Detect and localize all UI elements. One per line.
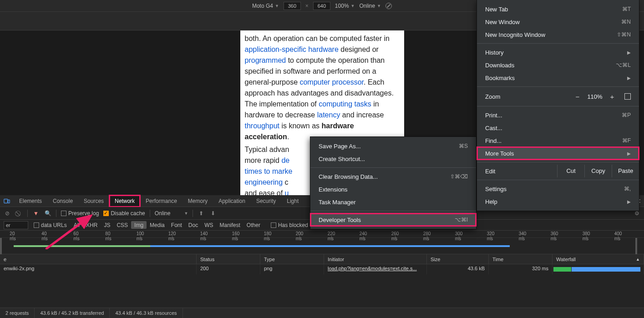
status-requests: 2 requests xyxy=(0,308,35,318)
menu-new-incognito[interactable]: New Incognito Window⇧⌘N xyxy=(477,28,639,41)
type-ws[interactable]: WS xyxy=(201,221,216,229)
browser-main-menu: New Tab⌘T New Window⌘N New Incognito Win… xyxy=(477,0,639,211)
edit-copy-button[interactable]: Copy xyxy=(584,165,612,177)
filter-text-input[interactable] xyxy=(4,221,28,229)
page-link[interactable]: latency xyxy=(317,111,340,119)
tab-lighthouse[interactable]: Light xyxy=(281,195,304,207)
type-manifest[interactable]: Manifest xyxy=(217,221,243,229)
page-link[interactable]: application-specific hardware xyxy=(245,45,339,53)
disable-cache-checkbox[interactable]: Disable cache xyxy=(103,210,145,217)
menu-new-tab[interactable]: New Tab⌘T xyxy=(477,3,639,15)
zoom-value: 110% xyxy=(584,93,605,100)
menu-extensions[interactable]: Extensions xyxy=(310,183,476,196)
menu-bookmarks[interactable]: Bookmarks▶ xyxy=(477,71,639,84)
col-time[interactable]: Time xyxy=(489,254,553,264)
page-link[interactable]: times to marke xyxy=(245,167,293,175)
menu-save-page[interactable]: Save Page As...⌘S xyxy=(310,140,476,152)
overview-handle-left[interactable] xyxy=(0,238,2,254)
download-icon[interactable]: ⬇ xyxy=(209,210,217,217)
hide-data-urls-checkbox[interactable] xyxy=(34,222,39,228)
page-link[interactable]: u xyxy=(285,189,289,195)
menu-help[interactable]: Help▶ xyxy=(477,195,639,208)
device-width-input[interactable] xyxy=(284,2,301,10)
table-row[interactable]: enwiki-2x.png 200 png load.php?lang=en&m… xyxy=(0,264,644,274)
type-other[interactable]: Other xyxy=(243,221,264,229)
overview-handle-right[interactable] xyxy=(635,238,637,254)
tab-elements[interactable]: Elements xyxy=(14,195,47,207)
page-link[interactable]: computer processor xyxy=(299,78,364,86)
col-name[interactable]: e xyxy=(0,254,197,264)
zoom-out-button[interactable]: − xyxy=(571,91,584,102)
cell-waterfall xyxy=(553,264,644,274)
col-waterfall[interactable]: Waterfall▲ xyxy=(553,254,644,264)
network-overview[interactable]: 20 ms40 ms60 ms80 ms100 ms120 ms140 ms16… xyxy=(0,231,644,254)
menu-developer-tools[interactable]: Developer Tools⌥⌘I xyxy=(310,213,476,226)
col-status[interactable]: Status xyxy=(197,254,260,264)
type-js[interactable]: JS xyxy=(101,221,113,229)
stop-record-icon[interactable]: ⊘ xyxy=(4,210,11,217)
edit-paste-button[interactable]: Paste xyxy=(612,165,639,177)
device-zoom-selector[interactable]: 100%▼ xyxy=(335,3,355,9)
throttle-selector[interactable]: Online▼ xyxy=(155,210,188,217)
cell-initiator[interactable]: load.php?lang=en&modules=ext.cite.s... xyxy=(324,264,427,274)
menu-create-shortcut[interactable]: Create Shortcut... xyxy=(310,152,476,165)
tab-sources[interactable]: Sources xyxy=(78,195,109,207)
menu-more-tools[interactable]: More Tools▶ xyxy=(477,147,639,160)
col-initiator[interactable]: Initiator xyxy=(324,254,427,264)
menu-downloads[interactable]: Downloads⌥⌘L xyxy=(477,59,639,71)
col-size[interactable]: Size xyxy=(427,254,489,264)
menu-history[interactable]: History▶ xyxy=(477,46,639,59)
page-link[interactable]: programmed xyxy=(245,56,286,64)
menu-cast[interactable]: Cast... xyxy=(477,121,639,134)
clear-icon[interactable]: ⃠ xyxy=(15,210,23,217)
menu-zoom: Zoom − 110% + xyxy=(477,89,639,104)
page-link[interactable]: de xyxy=(281,156,289,164)
tab-security[interactable]: Security xyxy=(251,195,281,207)
device-selector[interactable]: Moto G4▼ xyxy=(252,3,279,9)
page-text: . xyxy=(287,133,289,141)
upload-icon[interactable]: ⬆ xyxy=(198,210,205,217)
filter-funnel-icon[interactable]: ▼ xyxy=(32,210,40,217)
blocked-cookies-checkbox[interactable] xyxy=(271,222,276,228)
menu-separator xyxy=(477,180,639,180)
preserve-log-checkbox[interactable]: Preserve log xyxy=(61,210,99,217)
network-grid: e Status Type Initiator Size Time Waterf… xyxy=(0,254,644,308)
type-doc[interactable]: Doc xyxy=(185,221,201,229)
type-css[interactable]: CSS xyxy=(113,221,131,229)
menu-separator xyxy=(477,43,639,44)
page-link[interactable]: computing tasks xyxy=(319,100,371,108)
menu-find[interactable]: Find...⌘F xyxy=(477,134,639,147)
type-xhr[interactable]: XHR xyxy=(83,221,101,229)
search-icon[interactable]: 🔍 xyxy=(44,210,51,217)
page-text: designed or xyxy=(339,45,379,53)
tab-console[interactable]: Console xyxy=(47,195,78,207)
menu-settings[interactable]: Settings⌘, xyxy=(477,182,639,195)
hide-data-urls-label: data URLs xyxy=(41,222,67,228)
tab-network[interactable]: Network xyxy=(109,195,140,207)
col-type[interactable]: Type xyxy=(260,254,324,264)
tab-application[interactable]: Application xyxy=(213,195,251,207)
type-img[interactable]: Img xyxy=(131,221,147,229)
edit-cut-button[interactable]: Cut xyxy=(557,165,584,177)
menu-task-manager[interactable]: Task Manager xyxy=(310,196,476,208)
status-resources: 43.4 kB / 46.3 kB resources xyxy=(110,308,183,318)
type-media[interactable]: Media xyxy=(147,221,168,229)
menu-separator xyxy=(477,162,639,162)
zoom-in-button[interactable]: + xyxy=(605,91,619,102)
tab-memory[interactable]: Memory xyxy=(183,195,213,207)
menu-print[interactable]: Print...⌘P xyxy=(477,109,639,121)
cell-name: enwiki-2x.png xyxy=(0,264,197,274)
page-link[interactable]: engineering xyxy=(245,178,283,186)
device-throttle-selector[interactable]: Online▼ xyxy=(359,3,381,9)
menu-new-window[interactable]: New Window⌘N xyxy=(477,15,639,28)
menu-clear-browsing-data[interactable]: Clear Browsing Data...⇧⌘⌫ xyxy=(310,170,476,183)
type-font[interactable]: Font xyxy=(168,221,185,229)
page-link[interactable]: throughput xyxy=(245,122,280,130)
rotate-icon[interactable] xyxy=(385,3,392,9)
device-height-input[interactable] xyxy=(313,2,330,10)
type-all[interactable]: All xyxy=(71,221,83,229)
fullscreen-icon[interactable] xyxy=(624,93,631,100)
menu-separator xyxy=(477,86,639,87)
tab-performance[interactable]: Performance xyxy=(140,195,183,207)
device-mode-icon[interactable] xyxy=(0,198,14,204)
